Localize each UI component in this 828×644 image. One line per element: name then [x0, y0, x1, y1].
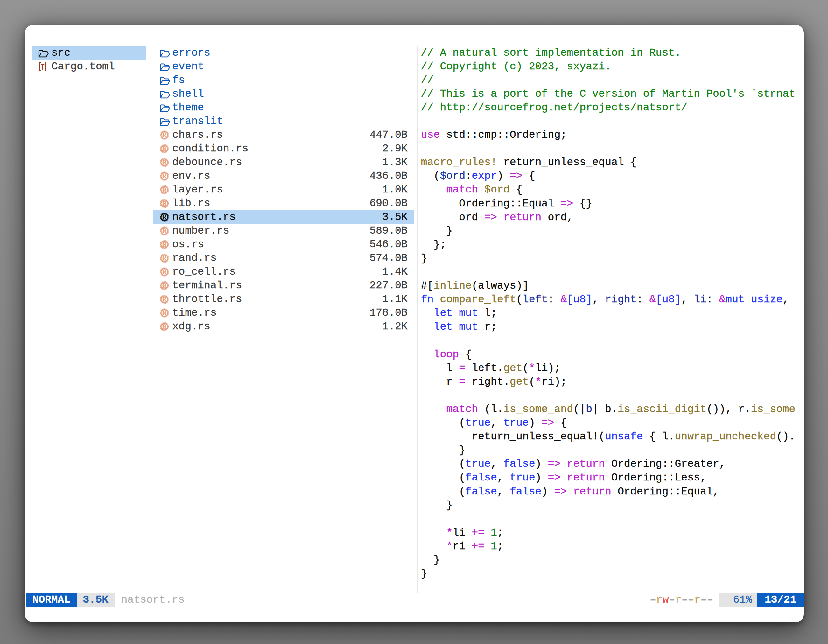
- svg-text:R: R: [162, 323, 167, 330]
- svg-text:R: R: [162, 309, 167, 316]
- svg-text:R: R: [162, 159, 167, 166]
- svg-text:R: R: [162, 213, 167, 221]
- svg-text:R: R: [162, 227, 167, 234]
- svg-text:R: R: [162, 282, 167, 289]
- svg-text:R: R: [162, 255, 167, 262]
- svg-text:R: R: [162, 296, 167, 302]
- svg-text:R: R: [162, 200, 167, 207]
- svg-text:R: R: [162, 268, 167, 275]
- svg-text:R: R: [162, 132, 167, 138]
- svg-text:R: R: [162, 145, 167, 152]
- svg-text:R: R: [162, 241, 167, 248]
- svg-text:R: R: [162, 172, 167, 179]
- svg-text:R: R: [162, 186, 167, 193]
